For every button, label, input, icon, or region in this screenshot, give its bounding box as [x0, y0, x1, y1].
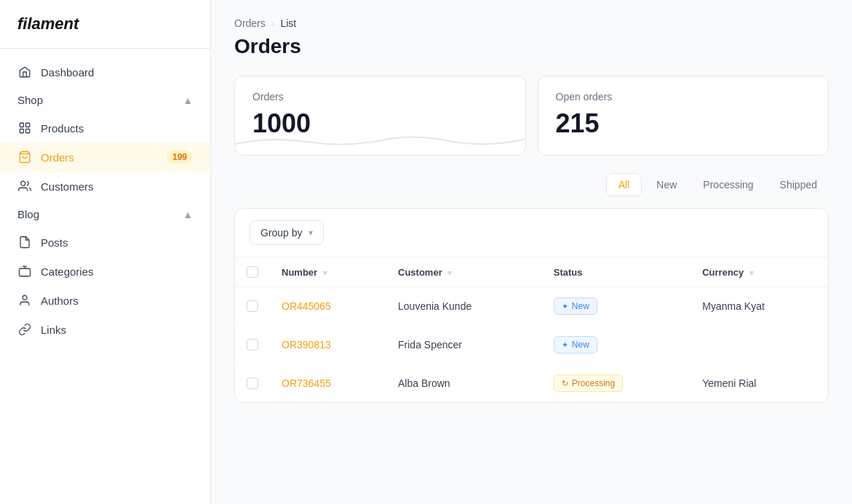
products-label: Products	[41, 122, 84, 135]
blog-section-header[interactable]: Blog ▲	[0, 201, 210, 228]
svg-rect-3	[26, 129, 30, 133]
select-all-header	[235, 257, 270, 287]
row-customer-cell: Louvenia Kunde	[386, 287, 542, 326]
row-checkbox-cell	[235, 364, 270, 403]
authors-label: Authors	[41, 295, 79, 307]
sidebar-item-orders[interactable]: Orders 199	[0, 143, 210, 172]
sidebar-item-links[interactable]: Links	[0, 315, 210, 344]
row-customer-cell: Alba Brown	[386, 364, 542, 403]
svg-rect-2	[20, 129, 23, 133]
stat-wave-svg	[235, 126, 526, 155]
number-sort-icon: ▾	[323, 268, 327, 277]
sidebar-nav: Dashboard Shop ▲ Products	[0, 49, 210, 504]
shop-chevron-icon: ▲	[183, 95, 193, 106]
breadcrumb: Orders › List	[234, 17, 829, 29]
breadcrumb-parent[interactable]: Orders	[234, 17, 266, 29]
home-icon	[17, 65, 32, 79]
sidebar-item-categories[interactable]: Categories	[0, 257, 210, 286]
col-number-label[interactable]: Number	[282, 267, 317, 278]
file-icon	[17, 235, 32, 249]
row-currency-cell	[690, 326, 828, 364]
status-badge-label: New	[572, 301, 589, 311]
main-content: Orders › List Orders Orders 1000 Open or…	[211, 0, 852, 504]
breadcrumb-current: List	[280, 17, 296, 29]
status-badge-label: New	[572, 340, 589, 350]
customer-sort-icon: ▾	[447, 268, 452, 277]
table-row: OR390813 Frida Spencer ✦ New	[235, 326, 828, 364]
breadcrumb-sep: ›	[271, 17, 275, 29]
sidebar-item-posts[interactable]: Posts	[0, 228, 210, 257]
col-status: Status	[542, 257, 690, 287]
stat-orders-label: Orders	[252, 91, 508, 103]
status-badge: ↻ Processing	[554, 375, 623, 392]
row-currency-value: Myanma Kyat	[702, 300, 765, 312]
row-checkbox[interactable]	[247, 339, 258, 351]
row-checkbox-cell	[235, 326, 270, 364]
orders-badge: 199	[167, 151, 193, 164]
shop-section-header[interactable]: Shop ▲	[0, 87, 210, 113]
row-number-cell: OR390813	[270, 326, 386, 364]
row-status-cell: ✦ New	[542, 287, 690, 326]
group-by-button[interactable]: Group by ▾	[250, 220, 324, 245]
dashboard-label: Dashboard	[41, 66, 94, 79]
link-icon	[17, 322, 32, 337]
row-checkbox[interactable]	[247, 300, 258, 312]
row-number-cell: OR445065	[270, 287, 386, 326]
table-row: OR445065 Louvenia Kunde ✦ New Myanma Kya…	[235, 287, 828, 326]
stat-open-orders-label: Open orders	[556, 91, 811, 103]
col-customer-label[interactable]: Customer	[398, 267, 442, 278]
sidebar-item-authors[interactable]: Authors	[0, 286, 210, 315]
author-icon	[17, 293, 32, 308]
sidebar-item-dashboard[interactable]: Dashboard	[0, 57, 210, 87]
svg-rect-6	[20, 268, 31, 276]
stat-card-open-orders: Open orders 215	[538, 76, 829, 156]
group-by-chevron-icon: ▾	[308, 228, 313, 238]
filter-tabs: All New Processing Shipped	[234, 173, 829, 196]
row-status-cell: ↻ Processing	[542, 364, 690, 403]
select-all-checkbox[interactable]	[247, 266, 258, 278]
order-number-link[interactable]: OR390813	[282, 339, 331, 351]
row-checkbox-cell	[235, 287, 270, 326]
grid-icon	[17, 121, 32, 135]
row-customer-cell: Frida Spencer	[386, 326, 542, 364]
row-checkbox[interactable]	[247, 377, 258, 389]
table-header-row: Number ▾ Customer ▾ Status Currency ▾	[235, 257, 828, 287]
categories-label: Categories	[41, 265, 94, 278]
blog-label: Blog	[17, 208, 39, 220]
status-badge-label: Processing	[572, 378, 615, 388]
col-customer: Customer ▾	[386, 257, 542, 287]
col-currency: Currency ▾	[690, 257, 828, 287]
row-customer-name: Frida Spencer	[398, 339, 462, 351]
tab-new[interactable]: New	[645, 174, 688, 196]
order-number-link[interactable]: OR445065	[282, 300, 331, 312]
bag-icon	[17, 150, 32, 164]
status-badge: ✦ New	[554, 297, 597, 315]
orders-table-card: Group by ▾ Number ▾ Cust	[234, 208, 829, 403]
stat-card-orders: Orders 1000	[234, 76, 526, 156]
customers-label: Customers	[41, 180, 94, 193]
col-currency-label[interactable]: Currency	[702, 267, 744, 278]
svg-rect-0	[20, 123, 23, 127]
row-number-cell: OR736455	[270, 364, 386, 403]
stats-row: Orders 1000 Open orders 215	[234, 76, 829, 156]
col-number: Number ▾	[270, 257, 386, 287]
tab-all[interactable]: All	[606, 173, 642, 196]
svg-point-7	[23, 295, 27, 300]
sidebar-item-customers[interactable]: Customers	[0, 172, 210, 201]
sidebar: filament Dashboard Shop ▲	[0, 0, 211, 504]
orders-table: Number ▾ Customer ▾ Status Currency ▾	[235, 257, 828, 402]
stat-open-orders-value: 215	[556, 108, 811, 139]
currency-sort-icon: ▾	[749, 268, 754, 277]
shop-label: Shop	[17, 94, 43, 106]
status-badge-icon: ✦	[562, 302, 568, 311]
sidebar-item-products[interactable]: Products	[0, 113, 210, 143]
tab-shipped[interactable]: Shipped	[768, 174, 829, 196]
order-number-link[interactable]: OR736455	[282, 377, 331, 389]
status-badge: ✦ New	[554, 336, 597, 353]
orders-label: Orders	[41, 151, 74, 164]
col-status-label[interactable]: Status	[554, 267, 583, 278]
blog-chevron-icon: ▲	[183, 209, 193, 220]
tab-processing[interactable]: Processing	[691, 174, 765, 196]
posts-label: Posts	[41, 236, 68, 249]
orders-tbody: OR445065 Louvenia Kunde ✦ New Myanma Kya…	[235, 287, 828, 403]
